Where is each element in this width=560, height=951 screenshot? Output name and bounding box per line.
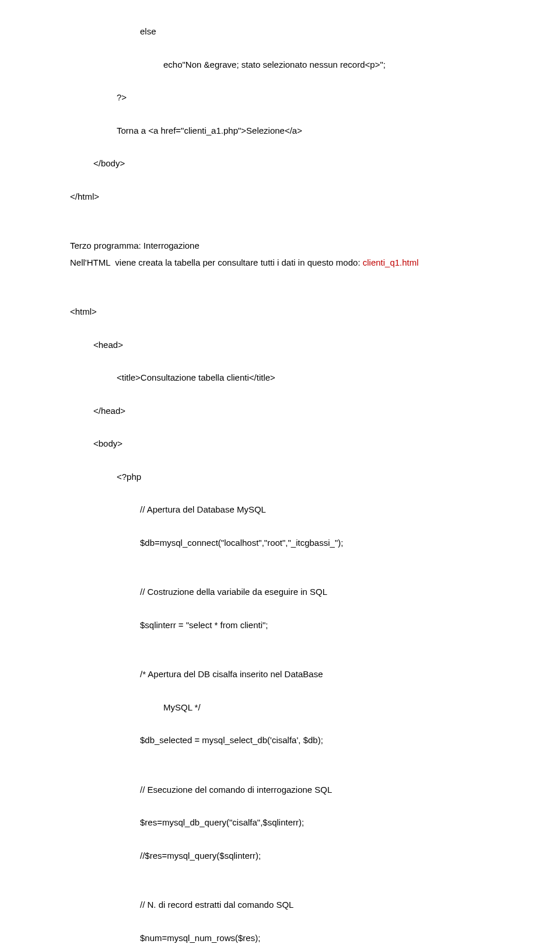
code-line: $db=mysql_connect("localhost","root","_i… [70,535,490,552]
blank-line [70,650,490,666]
blank-line [70,798,490,814]
code-line: /* Apertura del DB cisalfa inserito nel … [70,666,490,683]
code-line: Torna a <a href="clienti_a1.php">Selezio… [70,123,490,140]
blank-line [70,386,490,403]
blank-line [70,485,490,501]
blank-line [70,205,490,221]
code-line: <head> [70,337,490,354]
code-line: // Apertura del Database MySQL [70,501,490,518]
text-span: clienti_q1.html [363,257,419,267]
blank-line [70,518,490,535]
text-span: Nell'HTML viene creata la tabella per co… [70,257,363,267]
blank-line [70,716,490,732]
blank-line [70,287,490,304]
code-line: $db_selected = mysql_select_db('cisalfa'… [70,732,490,749]
blank-line [70,353,490,370]
code-line: Nell'HTML viene creata la tabella per co… [70,255,490,271]
blank-line [70,551,490,567]
code-line: </head> [70,403,490,420]
blank-line [70,914,490,930]
code-line: $res=mysql_db_query("cisalfa",$sqlinterr… [70,814,490,831]
blank-line [70,106,490,123]
code-line: Terzo programma: Interrogazione [70,238,490,255]
blank-line [70,172,490,189]
code-line: MySQL */ [70,699,490,716]
code-line: </body> [70,155,490,172]
code-line: // Costruzione della variabile da esegui… [70,584,490,601]
code-line: echo"Non &egrave; stato selezionato ness… [70,57,490,74]
blank-line [70,601,490,617]
blank-line [70,765,490,782]
blank-line [70,321,490,337]
code-line: <?php [70,469,490,486]
code-line: <html> [70,304,490,321]
code-line: // N. di record estratti dal comando SQL [70,897,490,914]
code-line: <title>Consultazione tabella clienti</ti… [70,370,490,386]
blank-line [70,40,490,57]
document-page: elseecho"Non &egrave; stato selezionato … [0,0,560,951]
blank-line [70,880,490,897]
code-line: //$res=mysql_query($sqlinterr); [70,848,490,865]
blank-line [70,73,490,89]
code-line: $sqlinterr = "select * from clienti"; [70,617,490,634]
blank-line [70,271,490,287]
blank-line [70,139,490,155]
code-line: $num=mysql_num_rows($res); [70,930,490,947]
code-line: else [70,23,490,40]
code-line: </html> [70,189,490,205]
blank-line [70,831,490,848]
blank-line [70,864,490,880]
blank-line [70,749,490,765]
code-line: ?> [70,89,490,106]
blank-line [70,633,490,650]
blank-line [70,221,490,238]
blank-line [70,419,490,436]
code-line: // Esecuzione del comando di interrogazi… [70,782,490,799]
blank-line [70,683,490,699]
blank-line [70,452,490,469]
blank-line [70,567,490,584]
code-line: <body> [70,436,490,452]
